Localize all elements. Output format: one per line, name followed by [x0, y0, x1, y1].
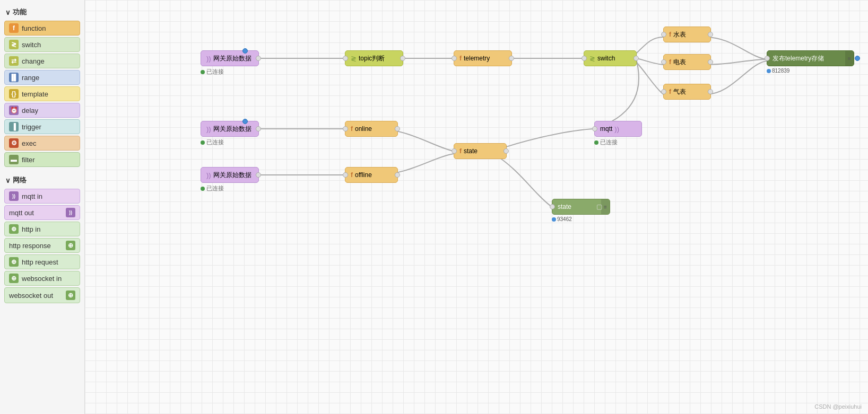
status-dot-mqtt [594, 140, 598, 145]
node-state-output-label: state [558, 203, 571, 210]
sidebar-item-function[interactable]: f function [4, 21, 80, 36]
port-right-online [395, 126, 400, 131]
node-telemetry-label: telemetry [464, 55, 490, 62]
node-topic-judge[interactable]: ≷ topic判断 [345, 50, 403, 66]
node-topic-label: topic判断 [359, 54, 385, 63]
node-water[interactable]: f 水表 [663, 27, 711, 42]
port-right-telemetry [509, 56, 514, 61]
sidebar-item-label: mqtt out [9, 209, 34, 217]
port-left-state-output [550, 204, 555, 209]
fn-icon-elec: f [669, 58, 671, 66]
node-gas[interactable]: f 气表 [663, 84, 711, 100]
node-publish-telemetry[interactable]: 发布telemetry存储 ≡ [767, 50, 854, 66]
node-mqtt[interactable]: mqtt )) [594, 121, 642, 137]
node-elec[interactable]: f 电表 [663, 54, 711, 70]
node-gateway2[interactable]: )) 网关原始数据 [201, 121, 259, 137]
chevron-down-icon: ∨ [5, 8, 11, 16]
mqtt-out-bracket-icon: )) [614, 125, 619, 133]
sidebar-item-label: range [22, 74, 39, 82]
delay-icon: ⏰ [9, 105, 19, 115]
section-gongnen-label: 功能 [13, 7, 27, 17]
sidebar: ∨ 功能 f function ≷ switch ⇄ change ▐▌ ran… [0, 0, 85, 414]
topic-function-icon: ≷ [351, 55, 357, 63]
node-state-output[interactable]: state ≡ ▢ [552, 199, 610, 215]
footer-watermark: CSDN @peixiuhui [814, 403, 862, 410]
port-right-switch [633, 56, 639, 61]
port-right-gateway2 [256, 126, 261, 131]
node-menu-button-state[interactable]: ≡ [601, 199, 610, 214]
node-gateway1[interactable]: )) 网关原始数据 [201, 50, 259, 66]
sidebar-item-websocket-out[interactable]: websocket out ⊕ [4, 287, 80, 303]
node-gateway3[interactable]: )) 网关原始数据 [201, 167, 259, 183]
section-wangluo[interactable]: ∨ 网络 [0, 172, 84, 187]
sidebar-item-range[interactable]: ▐▌ range [4, 70, 80, 85]
sidebar-item-http-in[interactable]: ⊕ http in [4, 222, 80, 236]
section-gongnen[interactable]: ∨ 功能 [0, 4, 84, 19]
sidebar-item-exec[interactable]: ⚙ exec [4, 136, 80, 151]
sidebar-item-trigger[interactable]: ▐ trigger [4, 119, 80, 134]
node-state-fn-label: state [464, 147, 478, 155]
sidebar-item-http-response[interactable]: http response ⊕ [4, 238, 80, 253]
port-right-topic [400, 56, 405, 61]
node-gateway2-label: 网关原始数据 [213, 125, 251, 134]
sidebar-item-websocket-in[interactable]: ⊕ websocket in [4, 271, 80, 286]
port-right-offline [395, 172, 400, 178]
node-offline-label: offline [355, 171, 372, 179]
port-right-gas [708, 89, 713, 94]
badge-dot-publish [767, 69, 771, 73]
sidebar-item-http-request[interactable]: ⊕ http request [4, 254, 80, 269]
gateway2-status: 已连接 [201, 138, 224, 146]
port-top-gateway2 [242, 119, 248, 124]
port-right-state-fn [504, 148, 509, 154]
fn-icon-gas: f [669, 88, 671, 95]
sidebar-item-mqtt-out[interactable]: mqtt out )) [4, 205, 80, 220]
node-publish-label: 发布telemetry存储 [772, 54, 824, 63]
range-icon: ▐▌ [9, 73, 19, 82]
sidebar-item-label: filter [22, 156, 35, 164]
sidebar-item-change[interactable]: ⇄ change [4, 54, 80, 68]
switch-icon: ≷ [9, 40, 19, 49]
status-dot-gateway1 [201, 70, 205, 74]
trigger-icon: ▐ [9, 122, 19, 131]
node-online-label: online [355, 125, 372, 133]
canvas: )) 网关原始数据 已连接 )) 网关原始数据 已连接 )) 网关原始数据 已连… [85, 0, 868, 414]
badge-dot-state [552, 217, 556, 222]
sidebar-item-mqtt-in[interactable]: )) mqtt in [4, 189, 80, 204]
exec-icon: ⚙ [9, 138, 19, 148]
gateway3-status: 已连接 [201, 184, 224, 192]
sidebar-item-template[interactable]: {} template [4, 86, 80, 101]
sidebar-item-label: http in [22, 225, 40, 233]
function-icon: f [9, 23, 19, 33]
port-right-gateway1 [256, 56, 261, 61]
port-right-gateway3 [256, 172, 261, 178]
node-switch[interactable]: ≷ switch [584, 50, 637, 66]
node-telemetry[interactable]: f telemetry [454, 50, 512, 66]
sidebar-item-switch[interactable]: ≷ switch [4, 37, 80, 52]
node-offline[interactable]: f offline [345, 167, 398, 183]
port-left-telemetry [452, 56, 457, 61]
node-water-label: 水表 [673, 30, 686, 39]
fn-icon-offline: f [351, 171, 353, 179]
node-gateway3-label: 网关原始数据 [213, 171, 251, 180]
port-left-water [661, 32, 666, 37]
sidebar-item-label: websocket in [22, 275, 62, 283]
filter-icon: ▬ [9, 155, 19, 164]
sidebar-item-filter[interactable]: ▬ filter [4, 152, 80, 167]
port-left-topic [343, 56, 348, 61]
node-gas-label: 气表 [673, 87, 686, 96]
port-top-gateway1 [242, 48, 248, 54]
sidebar-item-delay[interactable]: ⏰ delay [4, 103, 80, 118]
node-switch-label: switch [597, 55, 615, 62]
websocket-out-icon: ⊕ [66, 290, 75, 300]
node-state-fn[interactable]: f state [454, 143, 507, 159]
node-online[interactable]: f online [345, 121, 398, 137]
http-response-icon: ⊕ [66, 241, 75, 250]
port-left-offline [343, 172, 348, 178]
node-elec-label: 电表 [673, 58, 686, 67]
node-menu-button-publish[interactable]: ≡ [845, 51, 854, 66]
fn-icon-online: f [351, 125, 353, 133]
port-left-publish [765, 56, 770, 61]
port-right-elec [708, 59, 713, 65]
node-mqtt-label: mqtt [600, 125, 612, 133]
port-left-switch [581, 56, 587, 61]
